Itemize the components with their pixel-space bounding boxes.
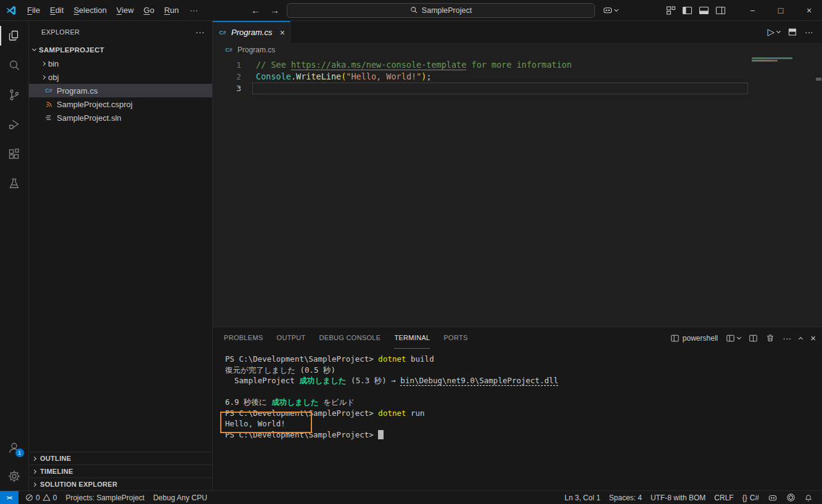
menu-file[interactable]: File xyxy=(22,4,45,17)
panel-tab-problems[interactable]: PROBLEMS xyxy=(224,327,263,349)
section-timeline[interactable]: TIMELINE xyxy=(29,465,212,478)
chevron-down-icon[interactable] xyxy=(776,28,781,33)
menu-go[interactable]: Go xyxy=(139,4,159,17)
menu-selection[interactable]: Selection xyxy=(68,4,111,17)
menu-run[interactable]: Run xyxy=(159,4,184,17)
panel-more-actions-button[interactable]: ··· xyxy=(783,333,791,343)
terminal-text: をビルド xyxy=(319,397,355,407)
panel-tab-output[interactable]: OUTPUT xyxy=(277,327,306,349)
run-button[interactable]: ▷ xyxy=(767,26,780,38)
close-window-button[interactable]: × xyxy=(796,0,822,20)
tree-root[interactable]: SAMPLEPROJECT xyxy=(29,43,212,57)
section-outline[interactable]: OUTLINE xyxy=(29,452,212,465)
activitybar-account[interactable]: 1 xyxy=(0,434,29,462)
customize-layout-icon[interactable] xyxy=(666,6,676,15)
language-status[interactable]: {} C# xyxy=(738,494,763,502)
code-line-3[interactable]: 3 xyxy=(213,83,822,94)
vscode-window: FileEditSelectionViewGoRun ··· ← → Sampl… xyxy=(0,0,822,504)
debug-config-status[interactable]: Debug Any CPU xyxy=(149,494,211,502)
scrollbar-slider[interactable] xyxy=(816,78,821,81)
statusbar: >< 0 0 Projects: SampleProject Debug Any… xyxy=(0,490,822,504)
toggle-primary-sidebar-icon[interactable] xyxy=(682,6,693,15)
panel-tabs: PROBLEMSOUTPUTDEBUG CONSOLETERMINALPORTS xyxy=(224,327,468,349)
split-terminal-icon[interactable] xyxy=(749,334,758,343)
code-editor[interactable]: 1// See https://aka.ms/new-console-templ… xyxy=(213,57,822,327)
panel-tab-ports[interactable]: PORTS xyxy=(443,327,467,349)
tab-close-icon[interactable]: × xyxy=(280,28,285,38)
encoding-status[interactable]: UTF-8 with BOM xyxy=(646,494,710,502)
terminal-link[interactable]: bin\Debug\net9.0\SampleProject.dll xyxy=(400,376,558,385)
editor-tabbar: C# Program.cs × ▷ ··· xyxy=(213,21,822,43)
copilot-button[interactable] xyxy=(600,4,620,16)
code-line-2[interactable]: 2Console.WriteLine("Hello, World!"); xyxy=(213,71,822,83)
cursor-position-status[interactable]: Ln 3, Col 1 xyxy=(561,494,605,502)
activitybar-explorer[interactable] xyxy=(0,21,29,51)
extensions-icon xyxy=(7,147,21,161)
tree-item-sampleproject-csproj[interactable]: SampleProject.csproj xyxy=(29,97,212,111)
breadcrumb[interactable]: C# Program.cs xyxy=(213,43,822,57)
tree-item-obj[interactable]: obj xyxy=(29,70,212,84)
chevron-down-icon xyxy=(32,47,36,51)
tree-item-bin[interactable]: bin xyxy=(29,57,212,70)
toggle-secondary-sidebar-icon[interactable] xyxy=(715,6,726,15)
activitybar-settings[interactable] xyxy=(0,462,29,490)
trash-icon[interactable] xyxy=(766,333,775,343)
code-line-1[interactable]: 1// See https://aka.ms/new-console-templ… xyxy=(213,59,822,71)
eol-status[interactable]: CRLF xyxy=(710,494,738,502)
chevron-right-icon xyxy=(32,456,36,460)
projects-status[interactable]: Projects: SampleProject xyxy=(61,494,149,502)
activitybar-run-debug[interactable] xyxy=(0,110,29,139)
remote-indicator[interactable]: >< xyxy=(0,491,18,504)
minimap[interactable] xyxy=(752,57,795,62)
terminal-line xyxy=(225,386,822,397)
minimap-line xyxy=(752,60,778,62)
breadcrumb-item[interactable]: Program.cs xyxy=(237,46,275,54)
sidebar-sections: OUTLINETIMELINESOLUTION EXPLORER xyxy=(29,452,212,490)
activitybar-testing[interactable] xyxy=(0,169,29,198)
search-icon xyxy=(7,59,21,72)
terminal-instance-item[interactable]: powershell xyxy=(670,334,718,343)
panel-tab-debug-console[interactable]: DEBUG CONSOLE xyxy=(319,327,381,349)
terminal[interactable]: PS C:\Development\SampleProject> dotnet … xyxy=(213,349,822,490)
dotnet-status[interactable] xyxy=(782,493,800,502)
menubar-more-button[interactable]: ··· xyxy=(185,4,203,17)
minimize-button[interactable]: − xyxy=(739,0,765,20)
toggle-panel-icon[interactable] xyxy=(699,6,709,15)
maximize-button[interactable]: □ xyxy=(768,0,794,20)
flask-icon xyxy=(7,177,21,190)
chevron-right-icon xyxy=(32,482,36,486)
terminal-text: SampleProject xyxy=(225,376,299,385)
terminal-text: dotnet xyxy=(378,408,406,418)
launch-profile-button[interactable] xyxy=(726,334,741,343)
tree-item-sampleproject-sln[interactable]: SampleProject.sln xyxy=(29,111,212,124)
activitybar-search[interactable] xyxy=(0,51,29,80)
terminal-text: build xyxy=(406,354,434,364)
panel-tab-terminal[interactable]: TERMINAL xyxy=(394,327,430,349)
maximize-panel-icon[interactable] xyxy=(799,336,803,341)
chevron-down-icon[interactable] xyxy=(737,335,741,339)
nav-back-button[interactable]: ← xyxy=(249,5,263,15)
menu-view[interactable]: View xyxy=(112,4,139,17)
menubar: FileEditSelectionViewGoRun xyxy=(22,4,184,17)
source-control-icon xyxy=(7,88,21,102)
notifications-status[interactable] xyxy=(800,493,817,502)
code-token: Console xyxy=(256,71,291,81)
problems-status[interactable]: 0 0 xyxy=(21,494,61,502)
close-panel-icon[interactable]: × xyxy=(810,333,816,343)
activitybar-extensions[interactable] xyxy=(0,139,29,169)
tree-item-program-cs[interactable]: C#Program.cs xyxy=(29,84,212,97)
split-editor-icon[interactable] xyxy=(787,27,797,37)
explorer-more-actions-button[interactable]: ··· xyxy=(195,27,205,37)
activitybar-source-control[interactable] xyxy=(0,80,29,110)
section-solution-explorer[interactable]: SOLUTION EXPLORER xyxy=(29,478,212,490)
menu-edit[interactable]: Edit xyxy=(45,4,68,17)
section-label: OUTLINE xyxy=(40,455,71,462)
editor-scrollbar[interactable] xyxy=(815,61,822,327)
command-center-search[interactable]: SampleProject xyxy=(287,3,595,18)
indentation-status[interactable]: Spaces: 4 xyxy=(605,494,646,502)
terminal-text: 成功しました xyxy=(271,397,318,407)
nav-forward-button[interactable]: → xyxy=(268,5,282,15)
copilot-status[interactable] xyxy=(763,494,782,502)
editor-more-actions-button[interactable]: ··· xyxy=(805,27,813,37)
tab-program-cs[interactable]: C# Program.cs × xyxy=(213,21,290,43)
